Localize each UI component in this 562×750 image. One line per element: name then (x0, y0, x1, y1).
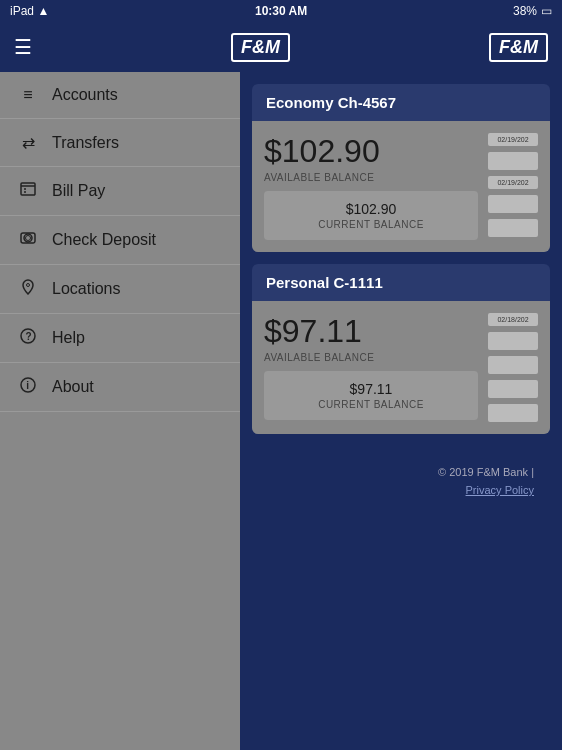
svg-text:?: ? (26, 331, 32, 342)
sidebar-item-transfers[interactable]: ⇄ Transfers (0, 119, 240, 167)
header-logo-left: F&M (231, 33, 290, 62)
content-footer: © 2019 F&M Bank | Privacy Policy (252, 446, 550, 514)
account-name-personal: Personal C-1111 (252, 264, 550, 301)
footer-privacy-link[interactable]: Privacy Policy (466, 484, 534, 496)
svg-text:i: i (26, 380, 29, 391)
account-card-economy: Economy Ch-4567 $102.90 AVAILABLE BALANC… (252, 84, 550, 252)
tx-blank-p1 (488, 332, 538, 350)
sidebar-label-locations: Locations (52, 280, 121, 298)
svg-point-6 (26, 236, 31, 241)
sidebar-item-about[interactable]: i About (0, 363, 240, 412)
sidebar-item-locations[interactable]: Locations (0, 265, 240, 314)
battery-percent: 38% (513, 4, 537, 18)
hamburger-button[interactable]: ☰ (14, 35, 32, 59)
available-label-personal: AVAILABLE BALANCE (264, 352, 478, 363)
battery-icon: ▭ (541, 4, 552, 18)
current-balance-box-personal: $97.11 CURRENT BALANCE (264, 371, 478, 420)
svg-rect-0 (21, 183, 35, 195)
tx-blank-3 (488, 219, 538, 237)
tx-blank-p3 (488, 380, 538, 398)
current-balance-box-economy: $102.90 CURRENT BALANCE (264, 191, 478, 240)
status-right: 38% ▭ (513, 4, 552, 18)
status-left: iPad ▲ (10, 4, 49, 18)
checkdeposit-icon (16, 230, 40, 250)
available-amount-personal: $97.11 (264, 313, 478, 350)
tx-date-1-economy: 02/19/202 (488, 133, 538, 146)
sidebar-label-billpay: Bill Pay (52, 182, 105, 200)
tx-blank-p4 (488, 404, 538, 422)
sidebar-item-billpay[interactable]: Bill Pay (0, 167, 240, 216)
tx-blank-p2 (488, 356, 538, 374)
sidebar: ≡ Accounts ⇄ Transfers Bill Pay (0, 72, 240, 750)
account-body-economy: $102.90 AVAILABLE BALANCE $102.90 CURREN… (252, 121, 550, 252)
svg-point-7 (27, 284, 30, 287)
sidebar-label-accounts: Accounts (52, 86, 118, 104)
sidebar-label-about: About (52, 378, 94, 396)
content-area: Economy Ch-4567 $102.90 AVAILABLE BALANC… (240, 72, 562, 750)
sidebar-item-help[interactable]: ? Help (0, 314, 240, 363)
locations-icon (16, 279, 40, 299)
header-logo-right: F&M (489, 33, 548, 62)
tx-blank-2 (488, 195, 538, 213)
account-card-personal: Personal C-1111 $97.11 AVAILABLE BALANCE… (252, 264, 550, 434)
main-container: ≡ Accounts ⇄ Transfers Bill Pay (0, 72, 562, 750)
current-amount-economy: $102.90 (274, 201, 468, 217)
tx-date-2-economy: 02/19/202 (488, 176, 538, 189)
available-label-economy: AVAILABLE BALANCE (264, 172, 478, 183)
transfers-icon: ⇄ (16, 133, 40, 152)
help-icon: ? (16, 328, 40, 348)
tx-blank-1 (488, 152, 538, 170)
current-label-economy: CURRENT BALANCE (274, 219, 468, 230)
current-amount-personal: $97.11 (274, 381, 468, 397)
available-amount-economy: $102.90 (264, 133, 478, 170)
status-bar: iPad ▲ 10:30 AM 38% ▭ (0, 0, 562, 22)
account-body-personal: $97.11 AVAILABLE BALANCE $97.11 CURRENT … (252, 301, 550, 434)
sidebar-label-checkdeposit: Check Deposit (52, 231, 156, 249)
sidebar-item-accounts[interactable]: ≡ Accounts (0, 72, 240, 119)
sidebar-label-help: Help (52, 329, 85, 347)
billpay-icon (16, 181, 40, 201)
balance-main-economy: $102.90 AVAILABLE BALANCE $102.90 CURREN… (264, 133, 478, 240)
account-name-economy: Economy Ch-4567 (252, 84, 550, 121)
app-header: ☰ F&M F&M (0, 22, 562, 72)
sidebar-item-checkdeposit[interactable]: Check Deposit (0, 216, 240, 265)
current-label-personal: CURRENT BALANCE (274, 399, 468, 410)
device-name: iPad (10, 4, 34, 18)
balance-main-personal: $97.11 AVAILABLE BALANCE $97.11 CURRENT … (264, 313, 478, 422)
transactions-economy: 02/19/202 02/19/202 (488, 133, 538, 240)
status-time: 10:30 AM (255, 4, 307, 18)
about-icon: i (16, 377, 40, 397)
accounts-icon: ≡ (16, 86, 40, 104)
tx-date-1-personal: 02/18/202 (488, 313, 538, 326)
sidebar-label-transfers: Transfers (52, 134, 119, 152)
footer-copyright: © 2019 F&M Bank | (438, 466, 534, 478)
wifi-icon: ▲ (37, 4, 49, 18)
transactions-personal: 02/18/202 (488, 313, 538, 422)
